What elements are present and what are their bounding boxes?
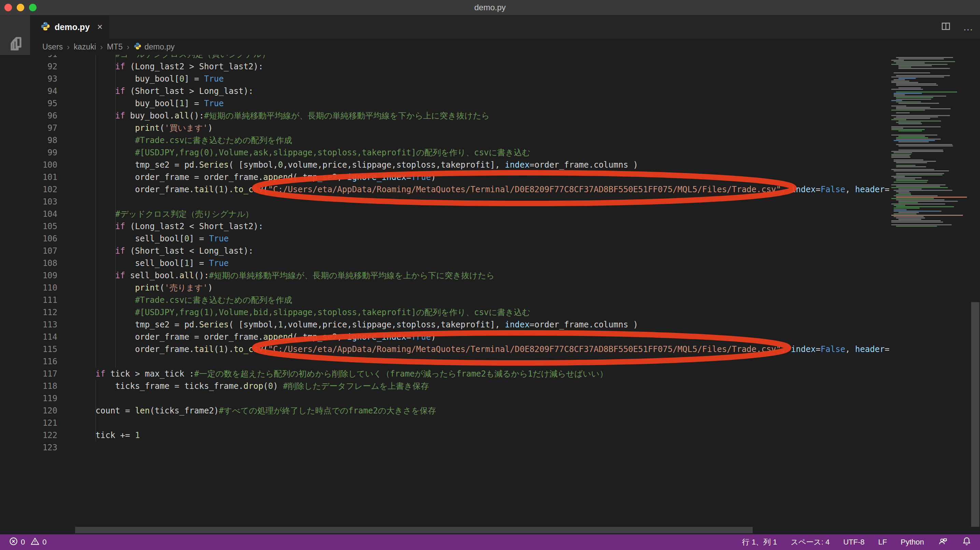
line-number[interactable]: 108 bbox=[0, 257, 68, 269]
indent-guide bbox=[115, 220, 116, 233]
line-number[interactable]: 117 bbox=[0, 368, 68, 380]
line-number[interactable]: 97 bbox=[0, 122, 68, 134]
indent-guide bbox=[115, 122, 116, 134]
line-number[interactable]: 105 bbox=[0, 220, 68, 233]
code-line[interactable]: 113 tmp_se2 = pd.Series( [symbol,1,volum… bbox=[0, 319, 889, 331]
code-line[interactable]: 111 #Trade.csvに書き込むための配列を作成 bbox=[0, 294, 889, 306]
code-line[interactable]: 116 bbox=[0, 356, 889, 368]
code-editor[interactable]: 91 #ゴールデンクロス判定（買いシグナル）92 if (Long_last2 … bbox=[0, 55, 889, 534]
code-line[interactable]: 104 #デッドクロス判定（売りシグナル） bbox=[0, 208, 889, 220]
code-line[interactable]: 106 sell_bool[0] = True bbox=[0, 233, 889, 245]
line-number[interactable]: 115 bbox=[0, 343, 68, 356]
split-editor-icon[interactable] bbox=[940, 21, 951, 33]
code-line[interactable]: 98 #Trade.csvに書き込むための配列を作成 bbox=[0, 134, 889, 147]
code-line[interactable]: 117 if tick > max_tick :#一定の数を超えたら配列の初めか… bbox=[0, 368, 889, 380]
minimap-line bbox=[899, 141, 929, 142]
code-line[interactable]: 118 ticks_frame = ticks_frame.drop(0) #削… bbox=[0, 380, 889, 392]
code-line[interactable]: 91 #ゴールデンクロス判定（買いシグナル） bbox=[0, 55, 889, 61]
code-line[interactable]: 115 order_frame.tail(1).to_csv("C:/Users… bbox=[0, 343, 889, 356]
line-number[interactable]: 95 bbox=[0, 97, 68, 110]
minimap[interactable] bbox=[889, 55, 971, 534]
code-line[interactable]: 121 bbox=[0, 417, 889, 429]
breadcrumb-mt5[interactable]: MT5 bbox=[107, 42, 123, 51]
line-number[interactable]: 102 bbox=[0, 183, 68, 196]
titlebar: demo.py bbox=[0, 0, 980, 15]
line-number[interactable]: 118 bbox=[0, 380, 68, 392]
code-line[interactable]: 97 print('買います') bbox=[0, 122, 889, 134]
more-actions-icon[interactable]: … bbox=[963, 21, 974, 33]
line-number[interactable]: 101 bbox=[0, 171, 68, 183]
line-number[interactable]: 111 bbox=[0, 294, 68, 306]
code-line[interactable]: 123 bbox=[0, 442, 889, 454]
feedback-icon[interactable] bbox=[938, 536, 948, 548]
python-icon bbox=[134, 42, 142, 52]
breadcrumb-file[interactable]: demo.py bbox=[145, 42, 174, 51]
line-number[interactable]: 110 bbox=[0, 282, 68, 294]
line-number[interactable]: 93 bbox=[0, 73, 68, 85]
line-number[interactable]: 100 bbox=[0, 159, 68, 171]
breadcrumb-users[interactable]: Users bbox=[42, 42, 63, 51]
code-line[interactable]: 99 #[USDJPY,frag(0),Volume,ask,slippage,… bbox=[0, 147, 889, 159]
notifications-bell-icon[interactable] bbox=[962, 536, 972, 548]
line-number[interactable]: 116 bbox=[0, 356, 68, 368]
line-number[interactable]: 107 bbox=[0, 245, 68, 257]
code-line[interactable]: 103 bbox=[0, 196, 889, 208]
code-line[interactable]: 120 count = len(ticks_frame2)#すべての処理が終了し… bbox=[0, 405, 889, 417]
line-number[interactable]: 104 bbox=[0, 208, 68, 220]
code-line[interactable]: 94 if (Short_last > Long_last): bbox=[0, 85, 889, 97]
code-line[interactable]: 92 if (Long_last2 > Short_last2): bbox=[0, 61, 889, 73]
line-number[interactable]: 98 bbox=[0, 134, 68, 147]
language-mode[interactable]: Python bbox=[901, 538, 924, 547]
line-number[interactable]: 91 bbox=[0, 55, 68, 61]
line-number[interactable]: 106 bbox=[0, 233, 68, 245]
code-line[interactable]: 119 bbox=[0, 392, 889, 405]
minimap-line bbox=[891, 198, 934, 199]
code-line[interactable]: 96 if buy_bool.all():#短期の単純移動平均線が、長期の単純移… bbox=[0, 110, 889, 122]
code-text: #Trade.csvに書き込むための配列を作成 bbox=[76, 134, 292, 147]
encoding[interactable]: UTF-8 bbox=[843, 538, 864, 547]
line-number[interactable]: 94 bbox=[0, 85, 68, 97]
code-line[interactable]: 112 #[USDJPY,frag(1),Volume,bid,slippage… bbox=[0, 306, 889, 319]
minimap-line bbox=[891, 157, 910, 158]
line-number[interactable]: 109 bbox=[0, 269, 68, 282]
line-number[interactable]: 96 bbox=[0, 110, 68, 122]
line-number[interactable]: 122 bbox=[0, 429, 68, 442]
code-line[interactable]: 107 if (Short_last < Long_last): bbox=[0, 245, 889, 257]
vertical-scrollbar[interactable] bbox=[971, 302, 979, 527]
code-line[interactable]: 102 order_frame.tail(1).to_csv("C:/Users… bbox=[0, 183, 889, 196]
code-line[interactable]: 95 buy_bool[1] = True bbox=[0, 97, 889, 110]
breadcrumb-kazuki[interactable]: kazuki bbox=[74, 42, 96, 51]
code-line[interactable]: 105 if (Long_last2 < Short_last2): bbox=[0, 220, 889, 233]
line-number[interactable]: 121 bbox=[0, 417, 68, 429]
indent-guide bbox=[95, 392, 96, 405]
line-number[interactable]: 112 bbox=[0, 306, 68, 319]
code-line[interactable]: 93 buy_bool[0] = True bbox=[0, 73, 889, 85]
eol-sequence[interactable]: LF bbox=[878, 538, 887, 547]
minimap-line bbox=[896, 174, 942, 175]
line-number[interactable]: 120 bbox=[0, 405, 68, 417]
code-line[interactable]: 109 if sell_bool.all():#短期の単純移動平均線が、長期の単… bbox=[0, 269, 889, 282]
problems-indicator[interactable]: 0 0 bbox=[9, 537, 47, 548]
code-line[interactable]: 108 sell_bool[1] = True bbox=[0, 257, 889, 269]
code-text: ticks_frame = ticks_frame.drop(0) #削除したデ… bbox=[76, 380, 429, 392]
cursor-position[interactable]: 行 1、列 1 bbox=[742, 537, 777, 547]
code-line[interactable]: 101 order_frame = order_frame.append( tm… bbox=[0, 171, 889, 183]
line-number[interactable]: 99 bbox=[0, 147, 68, 159]
code-line[interactable]: 110 print('売ります') bbox=[0, 282, 889, 294]
line-number[interactable]: 92 bbox=[0, 61, 68, 73]
code-line[interactable]: 100 tmp_se2 = pd.Series( [symbol,0,volum… bbox=[0, 159, 889, 171]
code-line[interactable]: 122 tick += 1 bbox=[0, 429, 889, 442]
line-number[interactable]: 113 bbox=[0, 319, 68, 331]
line-number[interactable]: 114 bbox=[0, 331, 68, 343]
line-number[interactable]: 123 bbox=[0, 442, 68, 454]
horizontal-scrollbar[interactable] bbox=[75, 527, 752, 533]
minimap-line bbox=[894, 207, 920, 209]
tab-close-icon[interactable]: × bbox=[97, 22, 103, 32]
indent-guide bbox=[95, 171, 96, 183]
line-number[interactable]: 103 bbox=[0, 196, 68, 208]
code-line[interactable]: 114 order_frame = order_frame.append( tm… bbox=[0, 331, 889, 343]
indentation[interactable]: スペース: 4 bbox=[791, 537, 829, 547]
code-text: order_frame = order_frame.append( tmp_se… bbox=[76, 171, 436, 183]
line-number[interactable]: 119 bbox=[0, 392, 68, 405]
tab-demo-py[interactable]: demo.py × bbox=[30, 15, 109, 39]
